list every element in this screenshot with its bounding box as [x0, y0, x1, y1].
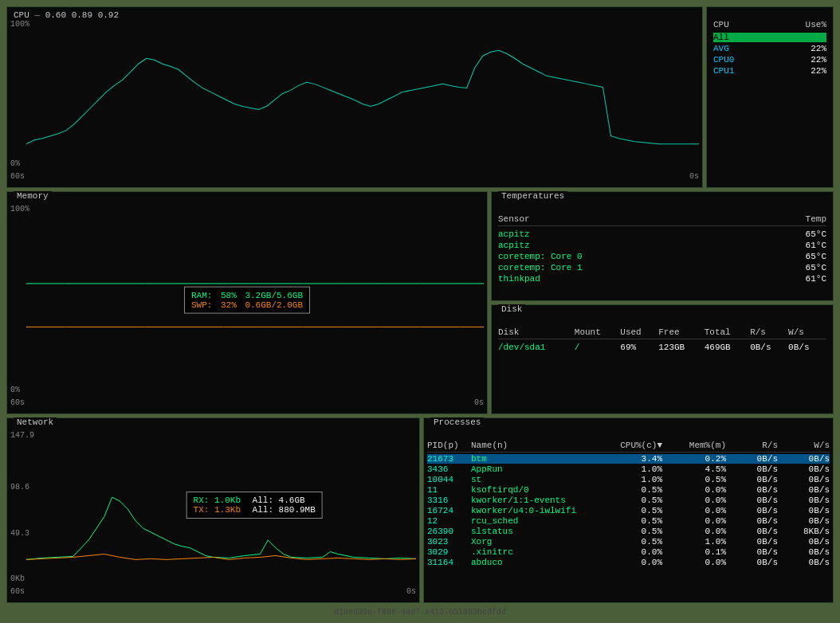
proc-col-pid: PID(p) — [427, 441, 471, 450]
mem-swp-line-row: SWP: 32% 0.6GB/2.0GB — [191, 300, 303, 310]
proc-name-5: kworker/u4:0-iwlwifi — [471, 506, 599, 515]
proc-rs-5: 0B/s — [726, 506, 778, 515]
temps-col-sensor: Sensor — [498, 214, 806, 224]
disk-col-used: Used — [620, 327, 658, 337]
cpu-label-60s: 60s — [10, 172, 25, 181]
proc-row-1[interactable]: 3436 AppRun 1.0% 4.5% 0B/s 0B/s — [427, 464, 830, 474]
net-tx-row: TX: 1.3Kb All: 880.9MB — [194, 505, 316, 515]
proc-row-9[interactable]: 3029 .xinitrc 0.0% 0.1% 0B/s 0B/s — [427, 547, 830, 557]
temp-row-1: acpitz 61°C — [498, 241, 826, 250]
proc-ws-4: 0B/s — [778, 496, 830, 505]
net-label-0: 0Kb — [10, 574, 25, 583]
proc-cpu-7: 0.5% — [599, 527, 662, 536]
proc-col-ws: W/s — [778, 441, 830, 450]
mem-swp-val: 0.6GB/2.0GB — [245, 300, 303, 310]
cpu-row-all[interactable]: All — [713, 33, 826, 42]
proc-cpu-1: 1.0% — [599, 464, 662, 474]
proc-pid-9: 3029 — [427, 547, 471, 557]
proc-rs-4: 0B/s — [726, 496, 778, 505]
proc-pid-10: 31164 — [427, 558, 471, 567]
temp-name-4: thinkpad — [498, 274, 540, 284]
temp-name-1: acpitz — [498, 241, 530, 250]
mem-ram-pct: 58% — [221, 291, 237, 300]
mem-swp-label: SWP: — [191, 300, 212, 310]
proc-cpu-6: 0.5% — [599, 516, 662, 526]
net-rx-label: RX: 1.0Kb — [194, 496, 241, 505]
proc-ws-10: 0B/s — [778, 558, 830, 567]
processes-content: PID(p) Name(n) CPU%(c)▼ Mem%(m) R/s W/s … — [424, 418, 833, 602]
proc-mem-4: 0.0% — [662, 496, 726, 505]
disk-col-rs: R/s — [750, 327, 788, 337]
proc-cpu-2: 1.0% — [599, 475, 662, 484]
net-label-0s: 0s — [406, 587, 416, 596]
right-column: Temperatures Sensor Temp acpitz 65°C acp… — [491, 191, 834, 414]
cpu-val-cpu0: 22% — [811, 55, 826, 65]
proc-row-2[interactable]: 10044 st 1.0% 0.5% 0B/s 0B/s — [427, 475, 830, 484]
cpu-val-avg: 22% — [811, 44, 826, 53]
temps-title: Temperatures — [498, 191, 567, 201]
proc-rs-1: 0B/s — [726, 464, 778, 474]
disk-content: Disk Mount Used Free Total R/s W/s /dev/… — [492, 305, 833, 360]
disk-mount-0: / — [575, 343, 620, 352]
net-tx-all: All: 880.9MB — [253, 505, 316, 515]
proc-mem-6: 0.0% — [662, 516, 726, 526]
proc-ws-7: 8KB/s — [778, 527, 830, 536]
proc-rs-0: 0B/s — [726, 454, 778, 464]
proc-rs-9: 0B/s — [726, 547, 778, 557]
cpu-name-cpu1: CPU1 — [713, 66, 734, 76]
cpu-chart — [26, 20, 699, 156]
temp-row-4: thinkpad 61°C — [498, 274, 826, 284]
proc-mem-2: 0.5% — [662, 475, 726, 484]
proc-mem-8: 1.0% — [662, 537, 726, 547]
memory-overlay: RAM: 58% 3.2GB/5.6GB SWP: 32% 0.6GB/2.0G… — [184, 287, 310, 314]
proc-rs-6: 0B/s — [726, 516, 778, 526]
mem-label-60s: 60s — [10, 398, 25, 407]
cpu-row-cpu0[interactable]: CPU0 22% — [713, 55, 826, 65]
disk-title: Disk — [498, 304, 525, 314]
proc-row-3[interactable]: 11 ksoftirqd/0 0.5% 0.0% 0B/s 0B/s — [427, 485, 830, 495]
proc-mem-9: 0.1% — [662, 547, 726, 557]
proc-row-7[interactable]: 26390 slstatus 0.5% 0.0% 0B/s 8KB/s — [427, 527, 830, 536]
temp-val-4: 61°C — [806, 274, 826, 284]
proc-pid-6: 12 — [427, 516, 471, 526]
cpu-row-cpu1[interactable]: CPU1 22% — [713, 66, 826, 76]
disk-total-0: 469GB — [705, 343, 750, 352]
temps-header: Sensor Temp — [498, 214, 826, 226]
disk-col-mount: Mount — [575, 327, 620, 337]
mem-ram-label: RAM: — [191, 291, 212, 300]
proc-cpu-3: 0.5% — [599, 485, 662, 495]
cpu-side-header: CPU Use% — [713, 20, 826, 29]
temp-row-3: coretemp: Core 1 65°C — [498, 263, 826, 272]
cpu-title: CPU — 0.60 0.89 0.92 — [14, 10, 119, 20]
proc-col-mem: Mem%(m) — [662, 441, 726, 450]
cpu-side-panel: CPU Use% All AVG 22% CPU0 22% CPU1 22% — [706, 6, 834, 188]
proc-col-cpu: CPU%(c)▼ — [599, 441, 662, 450]
temp-val-2: 65°C — [806, 252, 826, 261]
proc-row-8[interactable]: 3023 Xorg 0.5% 1.0% 0B/s 0B/s — [427, 537, 830, 547]
proc-mem-3: 0.0% — [662, 485, 726, 495]
proc-row-6[interactable]: 12 rcu_sched 0.5% 0.0% 0B/s 0B/s — [427, 516, 830, 526]
cpu-col-use: Use% — [806, 20, 826, 29]
proc-row-4[interactable]: 3316 kworker/1:1-events 0.5% 0.0% 0B/s 0… — [427, 496, 830, 505]
processes-header: PID(p) Name(n) CPU%(c)▼ Mem%(m) R/s W/s — [427, 441, 830, 453]
footer-hash: d19ed39a-f886-4ad7-a413-651083bcdfdd — [6, 608, 834, 617]
cpu-col-name: CPU — [713, 20, 729, 29]
proc-row-0[interactable]: 21673 btm 3.4% 0.2% 0B/s 0B/s — [427, 454, 830, 464]
cpu-row-avg[interactable]: AVG 22% — [713, 44, 826, 53]
disk-panel: Disk Disk Mount Used Free Total R/s W/s … — [491, 304, 834, 414]
proc-name-1: AppRun — [471, 464, 599, 474]
proc-cpu-8: 0.5% — [599, 537, 662, 547]
proc-name-7: slstatus — [471, 527, 599, 536]
disk-row-0: /dev/sda1 / 69% 123GB 469GB 0B/s 0B/s — [498, 343, 826, 352]
network-panel: Network 147.9 98.6 49.3 0Kb 60s 0s RX: 1… — [6, 417, 420, 603]
proc-row-10[interactable]: 31164 abduco 0.0% 0.0% 0B/s 0B/s — [427, 558, 830, 567]
proc-cpu-9: 0.0% — [599, 547, 662, 557]
middle-row: Memory 100% 0% 60s 0s RAM: 58% 3.2GB/5.6… — [6, 191, 834, 414]
temp-name-0: acpitz — [498, 229, 530, 239]
cpu-label-0s: 0s — [689, 172, 699, 181]
proc-cpu-4: 0.5% — [599, 496, 662, 505]
proc-row-5[interactable]: 16724 kworker/u4:0-iwlwifi 0.5% 0.0% 0B/… — [427, 506, 830, 515]
proc-pid-1: 3436 — [427, 464, 471, 474]
proc-ws-8: 0B/s — [778, 537, 830, 547]
proc-pid-8: 3023 — [427, 537, 471, 547]
